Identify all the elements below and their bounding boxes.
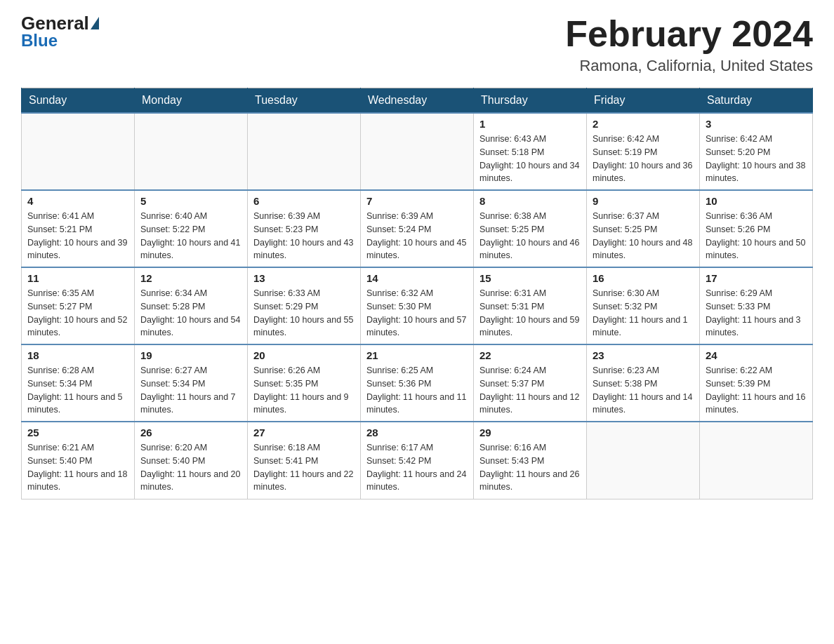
calendar-day-cell: 15Sunrise: 6:31 AMSunset: 5:31 PMDayligh… <box>474 267 587 344</box>
day-number: 21 <box>366 349 468 361</box>
calendar-table: SundayMondayTuesdayWednesdayThursdayFrid… <box>21 88 813 499</box>
calendar-day-cell: 13Sunrise: 6:33 AMSunset: 5:29 PMDayligh… <box>248 267 361 344</box>
calendar-day-cell: 4Sunrise: 6:41 AMSunset: 5:21 PMDaylight… <box>22 190 135 267</box>
calendar-header-thursday: Thursday <box>474 88 587 114</box>
day-number: 20 <box>253 349 355 361</box>
calendar-header-saturday: Saturday <box>700 88 813 114</box>
day-info: Sunrise: 6:40 AMSunset: 5:22 PMDaylight:… <box>140 210 241 262</box>
page-header: General Blue February 2024 Ramona, Calif… <box>21 14 813 75</box>
day-info: Sunrise: 6:16 AMSunset: 5:43 PMDaylight:… <box>479 441 581 494</box>
day-info: Sunrise: 6:31 AMSunset: 5:31 PMDaylight:… <box>479 287 581 340</box>
day-info: Sunrise: 6:41 AMSunset: 5:21 PMDaylight:… <box>27 210 128 262</box>
calendar-day-cell: 5Sunrise: 6:40 AMSunset: 5:22 PMDaylight… <box>135 190 248 267</box>
day-info: Sunrise: 6:39 AMSunset: 5:24 PMDaylight:… <box>366 210 468 262</box>
calendar-week-row: 11Sunrise: 6:35 AMSunset: 5:27 PMDayligh… <box>22 267 813 344</box>
day-info: Sunrise: 6:42 AMSunset: 5:20 PMDaylight:… <box>706 133 807 185</box>
calendar-day-cell: 11Sunrise: 6:35 AMSunset: 5:27 PMDayligh… <box>22 267 135 344</box>
day-info: Sunrise: 6:20 AMSunset: 5:40 PMDaylight:… <box>140 441 241 494</box>
page-subtitle: Ramona, California, United States <box>565 57 813 75</box>
day-number: 11 <box>27 272 128 284</box>
calendar-day-cell: 26Sunrise: 6:20 AMSunset: 5:40 PMDayligh… <box>135 422 248 499</box>
calendar-day-cell: 16Sunrise: 6:30 AMSunset: 5:32 PMDayligh… <box>587 267 700 344</box>
day-number: 12 <box>140 272 241 284</box>
day-info: Sunrise: 6:29 AMSunset: 5:33 PMDaylight:… <box>706 287 807 340</box>
day-info: Sunrise: 6:27 AMSunset: 5:34 PMDaylight:… <box>140 364 241 417</box>
day-number: 27 <box>253 427 355 438</box>
day-info: Sunrise: 6:30 AMSunset: 5:32 PMDaylight:… <box>593 287 694 340</box>
day-number: 19 <box>140 349 241 361</box>
day-number: 3 <box>706 118 807 130</box>
day-number: 1 <box>479 118 581 130</box>
calendar-day-cell: 20Sunrise: 6:26 AMSunset: 5:35 PMDayligh… <box>248 344 361 422</box>
day-info: Sunrise: 6:37 AMSunset: 5:25 PMDaylight:… <box>593 210 694 262</box>
day-info: Sunrise: 6:34 AMSunset: 5:28 PMDaylight:… <box>140 287 241 340</box>
day-number: 22 <box>479 349 581 361</box>
day-number: 28 <box>366 427 468 438</box>
calendar-week-row: 1Sunrise: 6:43 AMSunset: 5:18 PMDaylight… <box>22 113 813 190</box>
day-number: 29 <box>479 427 581 438</box>
logo-blue-text: Blue <box>21 31 58 51</box>
day-number: 4 <box>27 195 128 207</box>
day-info: Sunrise: 6:39 AMSunset: 5:23 PMDaylight:… <box>253 210 355 262</box>
calendar-day-cell: 2Sunrise: 6:42 AMSunset: 5:19 PMDaylight… <box>587 113 700 190</box>
day-info: Sunrise: 6:43 AMSunset: 5:18 PMDaylight:… <box>479 133 581 185</box>
day-number: 10 <box>706 195 807 207</box>
day-info: Sunrise: 6:24 AMSunset: 5:37 PMDaylight:… <box>479 364 581 417</box>
calendar-day-cell: 12Sunrise: 6:34 AMSunset: 5:28 PMDayligh… <box>135 267 248 344</box>
calendar-day-cell <box>700 422 813 499</box>
day-info: Sunrise: 6:17 AMSunset: 5:42 PMDaylight:… <box>366 441 468 494</box>
calendar-day-cell: 10Sunrise: 6:36 AMSunset: 5:26 PMDayligh… <box>700 190 813 267</box>
day-info: Sunrise: 6:42 AMSunset: 5:19 PMDaylight:… <box>593 133 694 185</box>
day-number: 2 <box>593 118 694 130</box>
calendar-day-cell: 9Sunrise: 6:37 AMSunset: 5:25 PMDaylight… <box>587 190 700 267</box>
calendar-week-row: 25Sunrise: 6:21 AMSunset: 5:40 PMDayligh… <box>22 422 813 499</box>
day-info: Sunrise: 6:36 AMSunset: 5:26 PMDaylight:… <box>706 210 807 262</box>
calendar-day-cell: 29Sunrise: 6:16 AMSunset: 5:43 PMDayligh… <box>474 422 587 499</box>
day-info: Sunrise: 6:32 AMSunset: 5:30 PMDaylight:… <box>366 287 468 340</box>
calendar-day-cell <box>587 422 700 499</box>
day-info: Sunrise: 6:23 AMSunset: 5:38 PMDaylight:… <box>593 364 694 417</box>
day-number: 5 <box>140 195 241 207</box>
day-number: 9 <box>593 195 694 207</box>
calendar-day-cell: 8Sunrise: 6:38 AMSunset: 5:25 PMDaylight… <box>474 190 587 267</box>
calendar-day-cell: 22Sunrise: 6:24 AMSunset: 5:37 PMDayligh… <box>474 344 587 422</box>
calendar-day-cell: 1Sunrise: 6:43 AMSunset: 5:18 PMDaylight… <box>474 113 587 190</box>
day-info: Sunrise: 6:26 AMSunset: 5:35 PMDaylight:… <box>253 364 355 417</box>
day-info: Sunrise: 6:25 AMSunset: 5:36 PMDaylight:… <box>366 364 468 417</box>
calendar-day-cell <box>135 113 248 190</box>
calendar-day-cell: 19Sunrise: 6:27 AMSunset: 5:34 PMDayligh… <box>135 344 248 422</box>
calendar-day-cell: 24Sunrise: 6:22 AMSunset: 5:39 PMDayligh… <box>700 344 813 422</box>
day-number: 18 <box>27 349 128 361</box>
calendar-day-cell: 6Sunrise: 6:39 AMSunset: 5:23 PMDaylight… <box>248 190 361 267</box>
calendar-day-cell: 27Sunrise: 6:18 AMSunset: 5:41 PMDayligh… <box>248 422 361 499</box>
calendar-day-cell <box>22 113 135 190</box>
calendar-day-cell <box>361 113 474 190</box>
day-info: Sunrise: 6:38 AMSunset: 5:25 PMDaylight:… <box>479 210 581 262</box>
day-number: 17 <box>706 272 807 284</box>
calendar-day-cell: 23Sunrise: 6:23 AMSunset: 5:38 PMDayligh… <box>587 344 700 422</box>
logo: General Blue <box>21 14 100 51</box>
calendar-day-cell: 17Sunrise: 6:29 AMSunset: 5:33 PMDayligh… <box>700 267 813 344</box>
calendar-day-cell: 21Sunrise: 6:25 AMSunset: 5:36 PMDayligh… <box>361 344 474 422</box>
day-number: 13 <box>253 272 355 284</box>
calendar-header-tuesday: Tuesday <box>248 88 361 114</box>
calendar-header-monday: Monday <box>135 88 248 114</box>
title-block: February 2024 Ramona, California, United… <box>565 14 813 75</box>
calendar-day-cell: 3Sunrise: 6:42 AMSunset: 5:20 PMDaylight… <box>700 113 813 190</box>
day-number: 8 <box>479 195 581 207</box>
day-info: Sunrise: 6:35 AMSunset: 5:27 PMDaylight:… <box>27 287 128 340</box>
calendar-day-cell <box>248 113 361 190</box>
day-info: Sunrise: 6:18 AMSunset: 5:41 PMDaylight:… <box>253 441 355 494</box>
calendar-week-row: 18Sunrise: 6:28 AMSunset: 5:34 PMDayligh… <box>22 344 813 422</box>
day-number: 23 <box>593 349 694 361</box>
day-number: 16 <box>593 272 694 284</box>
day-number: 14 <box>366 272 468 284</box>
page-title: February 2024 <box>565 14 813 54</box>
day-info: Sunrise: 6:33 AMSunset: 5:29 PMDaylight:… <box>253 287 355 340</box>
calendar-header-row: SundayMondayTuesdayWednesdayThursdayFrid… <box>22 88 813 114</box>
day-number: 6 <box>253 195 355 207</box>
day-info: Sunrise: 6:28 AMSunset: 5:34 PMDaylight:… <box>27 364 128 417</box>
day-info: Sunrise: 6:21 AMSunset: 5:40 PMDaylight:… <box>27 441 128 494</box>
calendar-header-sunday: Sunday <box>22 88 135 114</box>
calendar-header-friday: Friday <box>587 88 700 114</box>
